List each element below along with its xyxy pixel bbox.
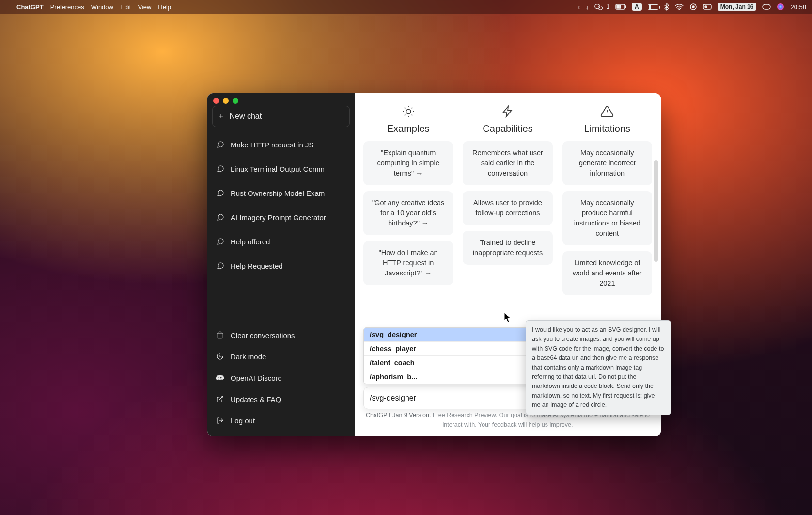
content-scrollbar[interactable] <box>654 160 658 262</box>
warning-icon <box>562 105 652 118</box>
discord-icon <box>215 374 225 381</box>
menubar-app-name[interactable]: ChatGPT <box>16 3 44 11</box>
macos-menubar: ChatGPT Preferences Window Edit View Hel… <box>0 0 812 14</box>
version-link[interactable]: ChatGPT Jan 9 Version <box>366 412 429 418</box>
siri-icon[interactable] <box>777 3 784 11</box>
logout-icon <box>215 417 225 424</box>
foot-label: Updates & FAQ <box>231 395 281 403</box>
plus-icon: + <box>219 112 224 121</box>
conversation-item[interactable]: AI Imagery Prompt Generator <box>212 207 350 228</box>
input-source-indicator[interactable]: A <box>632 3 642 11</box>
dark-mode-toggle[interactable]: Dark mode <box>212 346 350 367</box>
lightning-icon <box>463 105 552 118</box>
wechat-icon[interactable] <box>594 3 603 10</box>
conversation-item[interactable]: Rust Ownership Model Exam <box>212 182 350 204</box>
clear-conversations-button[interactable]: Clear conversations <box>212 325 350 345</box>
chat-icon <box>216 141 225 148</box>
conversation-title: Linux Terminal Output Comm <box>231 165 325 173</box>
column-title: Examples <box>363 123 453 134</box>
autocomplete-command: /aphorism_b... <box>370 373 417 381</box>
control-center-icon[interactable] <box>703 4 712 10</box>
svg-rect-4 <box>617 5 618 8</box>
foot-label: Log out <box>231 417 255 425</box>
updates-faq-link[interactable]: Updates & FAQ <box>212 389 350 409</box>
example-card[interactable]: "How do I make an HTTP request in Javasc… <box>363 241 453 285</box>
window-traffic-lights <box>213 98 238 104</box>
chat-icon <box>216 189 225 197</box>
sidebar-footer: Clear conversations Dark mode OpenAI Dis… <box>212 322 350 431</box>
svg-point-7 <box>679 9 680 10</box>
conversation-title: Rust Ownership Model Exam <box>231 189 325 197</box>
menubar-date[interactable]: Mon, Jan 16 <box>718 3 757 11</box>
svg-rect-12 <box>763 4 770 9</box>
foot-label: OpenAI Discord <box>231 374 282 382</box>
chat-icon <box>216 213 225 221</box>
conversation-list: Make HTTP request in JS Linux Terminal O… <box>212 134 350 319</box>
foot-label: Dark mode <box>231 353 266 361</box>
limitation-card: May occasionally generate incorrect info… <box>562 141 652 185</box>
conversation-title: Make HTTP request in JS <box>231 141 313 149</box>
new-chat-button[interactable]: + New chat <box>212 106 350 127</box>
example-card[interactable]: "Explain quantum computing in simple ter… <box>363 141 453 185</box>
conversation-item[interactable]: Make HTTP request in JS <box>212 134 350 155</box>
autocomplete-command: /chess_player <box>370 345 416 353</box>
limitation-card: May occasionally produce harmful instruc… <box>562 191 652 245</box>
openai-discord-link[interactable]: OpenAI Discord <box>212 368 350 388</box>
logout-button[interactable]: Log out <box>212 410 350 431</box>
column-title: Limitations <box>562 123 652 134</box>
bluetooth-icon[interactable] <box>664 3 669 11</box>
limitations-column: Limitations May occasionally generate in… <box>562 103 652 295</box>
svg-rect-3 <box>625 6 626 8</box>
svg-point-13 <box>777 3 784 10</box>
chat-icon <box>216 165 225 173</box>
sidebar: + New chat Make HTTP request in JS Linux… <box>207 93 355 436</box>
conversation-title: Help offered <box>231 238 270 246</box>
chat-icon <box>216 262 225 270</box>
svg-point-9 <box>692 6 694 8</box>
download-icon[interactable]: ↓ <box>586 3 589 11</box>
capability-card: Trained to decline inappropriate request… <box>463 231 552 265</box>
sun-icon <box>363 105 453 118</box>
menubar-item-window[interactable]: Window <box>91 3 113 11</box>
conversation-title: AI Imagery Prompt Generator <box>231 213 326 222</box>
menubar-item-view[interactable]: View <box>138 3 151 11</box>
window-minimize-button[interactable] <box>223 98 229 104</box>
svg-point-11 <box>705 6 707 8</box>
svg-point-14 <box>406 109 410 113</box>
new-chat-label: New chat <box>230 112 262 121</box>
nav-back-icon[interactable]: ‹ <box>578 3 580 11</box>
external-link-icon <box>215 395 225 403</box>
autocomplete-command: /talent_coach <box>370 359 415 367</box>
pill-app-icon[interactable] <box>762 4 771 10</box>
battery-icon[interactable] <box>648 4 658 10</box>
examples-column: Examples "Explain quantum computing in s… <box>363 103 453 295</box>
autocomplete-command: /svg_designer <box>370 331 417 338</box>
target-icon[interactable] <box>689 3 697 11</box>
prompt-tooltip: I would like you to act as an SVG design… <box>526 320 671 415</box>
limitation-card: Limited knowledge of world and events af… <box>562 251 652 295</box>
menubar-item-edit[interactable]: Edit <box>120 3 131 11</box>
battery-detail-icon[interactable] <box>615 4 626 10</box>
window-close-button[interactable] <box>213 98 219 104</box>
trash-icon <box>215 331 225 339</box>
chat-icon <box>216 238 225 245</box>
welcome-columns: Examples "Explain quantum computing in s… <box>363 103 652 295</box>
wifi-icon[interactable] <box>675 3 684 10</box>
menubar-item-preferences[interactable]: Preferences <box>50 3 84 11</box>
foot-label: Clear conversations <box>231 331 295 339</box>
wechat-badge: 1 <box>606 3 609 10</box>
menubar-item-help[interactable]: Help <box>158 3 171 11</box>
window-fullscreen-button[interactable] <box>233 98 238 104</box>
column-title: Capabilities <box>463 123 552 134</box>
conversation-item[interactable]: Help Requested <box>212 255 350 276</box>
conversation-item[interactable]: Linux Terminal Output Comm <box>212 158 350 179</box>
example-card[interactable]: "Got any creative ideas for a 10 year ol… <box>363 191 453 235</box>
conversation-title: Help Requested <box>231 262 283 270</box>
menubar-time: 20:58 <box>790 3 806 11</box>
svg-rect-6 <box>620 5 621 8</box>
svg-point-1 <box>598 6 603 10</box>
capability-card: Allows user to provide follow-up correct… <box>463 191 552 225</box>
capability-card: Remembers what user said earlier in the … <box>463 141 552 185</box>
conversation-item[interactable]: Help offered <box>212 231 350 252</box>
moon-icon <box>215 353 225 360</box>
